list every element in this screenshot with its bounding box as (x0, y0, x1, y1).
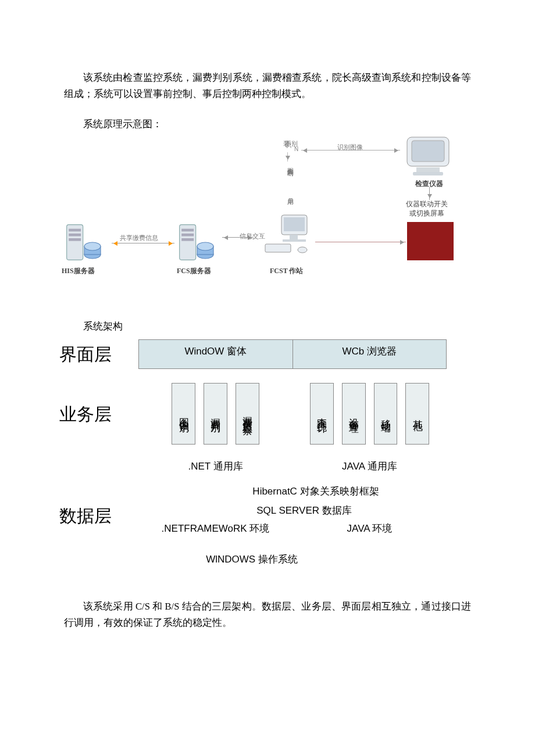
misc-glyph: N (294, 144, 298, 154)
switch-label: 仪器联动开关 或切换屏幕 (406, 200, 448, 218)
architecture-caption: 系统架构 (64, 318, 471, 335)
system-schematic-figure: HIS服务器 共享缴费信息 FCS服务器 信息交互 FCST 作站 (64, 135, 471, 298)
identify-image-label: 识别图像 (337, 142, 363, 153)
workstation-icon (262, 213, 314, 259)
ui-layer-title: 界面层 (57, 339, 138, 369)
biz-mobile: 移动端 (374, 383, 398, 445)
svg-rect-23 (413, 172, 443, 175)
instrument-to-switch-link (429, 187, 430, 200)
biz-other: 其他 (405, 383, 429, 445)
workstation-to-switch-link (315, 242, 406, 242)
svg-rect-2 (69, 234, 81, 237)
sqlserver-label: SQL SERVER 数据库 (138, 501, 447, 521)
business-layer-title: 业务层 (57, 379, 138, 448)
java-env: JAVA 环境 (293, 521, 447, 538)
control-module-box (407, 222, 454, 260)
business-right-group: 查询统计 设备管理 移动端 其他 (293, 379, 447, 448)
ui-browser-cell: WCb 浏览器 (293, 339, 447, 369)
env-row: .NETFRAMEWoRK 环境 JAVA 环境 (138, 521, 447, 538)
his-server-label: HIS服务器 (62, 265, 95, 277)
architecture-diagram: 界面层 WindOW 窗体 WCb 浏览器 业务层 图像识别 漏费判别 漏费信息… (57, 339, 447, 569)
biz-leakage-judge: 漏费判别 (204, 383, 227, 445)
svg-rect-8 (181, 229, 194, 232)
java-lib: JAVA 通用库 (293, 456, 447, 478)
svg-rect-18 (265, 244, 291, 252)
svg-rect-3 (69, 238, 81, 241)
business-left-group: 图像识别 漏费判别 漏费信息监察 (138, 379, 293, 448)
vertical-divider (287, 152, 288, 162)
dotnet-lib: .NET 通用库 (138, 456, 293, 478)
svg-rect-22 (416, 167, 440, 172)
dotnet-env: .NETFRAMEWoRK 环境 (138, 521, 293, 538)
server-rack-icon (64, 222, 105, 263)
biz-leakage-monitor: 漏费信息监察 (236, 383, 259, 445)
closing-paragraph: 该系统采用 C/S 和 B/S 结合的三层架构。数据层、业务层、界面层相互独立，… (64, 599, 471, 631)
hibernate-label: HibernatC 对象关系映射框架 (138, 482, 447, 501)
intro-paragraph: 该系统由检查监控系统，漏费判别系统，漏费稽查系统，院长高级查询系统和控制设备等组… (64, 70, 471, 102)
svg-rect-15 (284, 217, 305, 231)
data-layer-title: 数据层 (57, 482, 138, 531)
os-label: WlNDOWS 操作系统 (57, 550, 447, 569)
lib-row: .NET 通用库 JAVA 通用库 (57, 456, 447, 478)
biz-device-manage: 设备管理 (342, 383, 366, 445)
svg-rect-17 (283, 239, 306, 242)
document-page: 该系统由检查监控系统，漏费判别系统，漏费稽查系统，院长高级查询系统和控制设备等组… (0, 0, 535, 756)
svg-point-6 (84, 242, 101, 250)
svg-point-13 (197, 242, 213, 250)
vertical-note-top: 不识 (285, 136, 292, 137)
svg-point-19 (298, 247, 307, 253)
figure1-caption: 系统原理示意图： (64, 116, 471, 132)
svg-rect-9 (181, 234, 194, 237)
workstation-label: FCST 作站 (270, 265, 303, 277)
server-rack-icon (177, 222, 217, 263)
data-layer-row: 数据层 HibernatC 对象关系映射框架 SQL SERVER 数据库 .N… (57, 482, 447, 538)
ui-layer-row: 界面层 WindOW 窗体 WCb 浏览器 (57, 339, 447, 369)
biz-image-recognition: 图像识别 (172, 383, 195, 445)
biz-query-stats: 查询统计 (310, 383, 334, 445)
share-info-label: 共享缴费信息 (120, 232, 158, 243)
svg-rect-10 (181, 238, 194, 241)
business-layer-row: 业务层 图像识别 漏费判别 漏费信息监察 查询统计 设备管理 移动端 其他 (57, 379, 447, 448)
crt-monitor-icon (402, 135, 456, 178)
fcs-server-label: FCS服务器 (177, 265, 211, 277)
svg-rect-1 (69, 229, 81, 232)
ui-window-cell: WindOW 窗体 (138, 339, 293, 369)
vertical-note-mid: 图像利断 (285, 163, 296, 165)
vertical-note-bot: 鼎用 (285, 193, 296, 194)
svg-rect-16 (290, 235, 298, 239)
svg-rect-21 (412, 141, 444, 162)
